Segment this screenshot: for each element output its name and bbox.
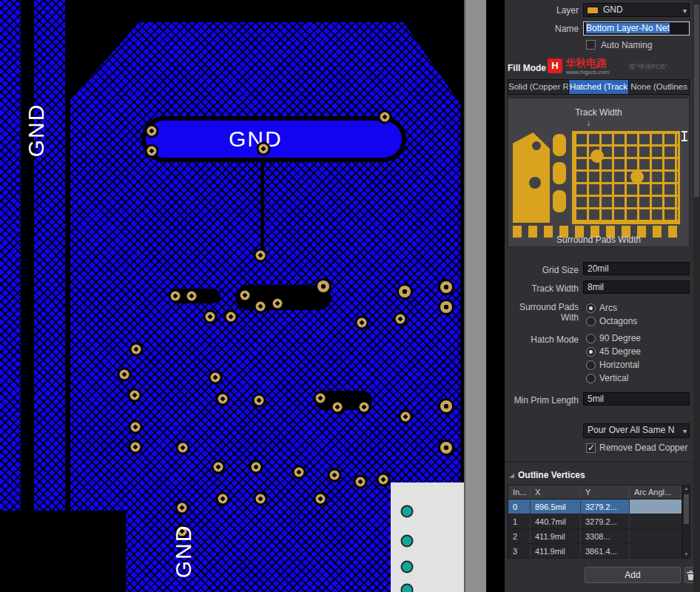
track-width-label: Track Width (505, 283, 579, 294)
pcb-pad[interactable] (147, 127, 157, 136)
pcb-pad[interactable] (259, 144, 269, 154)
pcb-pad[interactable] (356, 477, 366, 487)
table-row[interactable]: 2 411.9mil 3308... (508, 529, 682, 544)
pcb-pad[interactable] (171, 292, 181, 301)
table-scrollbar[interactable]: ▲ ▼ (682, 485, 690, 559)
pcb-pad[interactable] (218, 494, 228, 504)
col-arc-angle[interactable]: Arc Angl... (630, 485, 682, 499)
cell-y: 3861.4... (581, 544, 630, 558)
pad-layer (0, 0, 505, 592)
pcb-pad[interactable] (178, 443, 188, 453)
cell-x: 896.5mil (531, 500, 581, 514)
track-width-input[interactable]: 8mil (583, 280, 690, 294)
chevron-down-icon: ▾ (683, 4, 687, 17)
table-row[interactable]: 0 896.5mil 3279.2... (508, 500, 682, 514)
add-button[interactable]: Add (585, 567, 681, 583)
pcb-pad[interactable] (295, 468, 304, 477)
table-row[interactable]: 3 411.9mil 3861.4... (508, 544, 682, 559)
radio-vertical-label: Vertical (599, 373, 628, 383)
pcb-pad[interactable] (147, 147, 157, 156)
chevron-down-icon: ▾ (683, 425, 687, 437)
tab-none[interactable]: None (Outlines (629, 80, 689, 94)
brand-logo-icon: H (548, 58, 562, 73)
pcb-pad-teal[interactable] (401, 561, 414, 574)
radio-arcs[interactable] (586, 303, 596, 313)
panel-scrollbar[interactable] (693, 0, 700, 592)
min-prim-length-input[interactable]: 5mil (583, 392, 690, 406)
pcb-pad[interactable] (240, 291, 250, 300)
radio-vertical[interactable] (586, 374, 596, 383)
pcb-pad[interactable] (256, 302, 266, 312)
pcb-pad[interactable] (211, 373, 221, 383)
pcb-pad[interactable] (218, 394, 228, 404)
pcb-pad[interactable] (120, 370, 129, 380)
name-input[interactable]: Bottom Layer-No Net (583, 21, 690, 36)
scroll-up-icon[interactable]: ▲ (683, 485, 690, 492)
radio-arcs-label: Arcs (599, 303, 617, 313)
pcb-pad[interactable] (440, 281, 452, 293)
pcb-pad[interactable] (330, 471, 340, 480)
pcb-pad[interactable] (380, 112, 390, 122)
cell-y: 3308... (581, 529, 630, 543)
pcb-pad-teal[interactable] (401, 584, 414, 592)
pcb-pad-teal[interactable] (401, 535, 414, 548)
pcb-pad[interactable] (214, 462, 223, 472)
remove-dead-copper-checkbox[interactable] (586, 443, 596, 453)
tab-hatched[interactable]: Hatched (Track (569, 80, 630, 94)
pcb-pad[interactable] (187, 292, 197, 301)
pcb-pad[interactable] (206, 312, 215, 322)
col-index[interactable]: In... (508, 485, 531, 499)
pcb-pad[interactable] (440, 442, 452, 454)
auto-naming-label: Auto Naming (601, 40, 652, 50)
preview-hole (532, 141, 541, 150)
pcb-pad[interactable] (317, 280, 329, 292)
arrow-down-icon: ↓ (587, 119, 590, 127)
pcb-pad[interactable] (357, 318, 367, 328)
tab-solid[interactable]: Solid (Copper R (508, 80, 569, 94)
pcb-pad-teal[interactable] (401, 505, 414, 518)
name-value-selected: Bottom Layer-No Net (586, 23, 670, 33)
radio-90-degree[interactable] (586, 334, 596, 343)
preview-pad-ring (590, 149, 604, 163)
pcb-pad[interactable] (360, 403, 369, 412)
radio-45-degree[interactable] (586, 347, 596, 357)
pcb-pad[interactable] (256, 494, 266, 504)
pcb-pad[interactable] (131, 423, 141, 432)
layer-dropdown[interactable]: GND ▾ (583, 3, 690, 17)
pcb-pad[interactable] (396, 314, 405, 324)
pcb-canvas[interactable]: GND GND GND (0, 0, 505, 592)
scrollbar-thumb[interactable] (684, 494, 689, 524)
pcb-pad[interactable] (255, 396, 264, 406)
pcb-pad[interactable] (333, 403, 343, 412)
pcb-pad[interactable] (399, 286, 411, 297)
col-x[interactable]: X (531, 485, 581, 499)
pcb-pad[interactable] (130, 391, 140, 400)
pcb-pad[interactable] (440, 301, 452, 313)
pcb-pad[interactable] (252, 462, 261, 472)
pcb-pad[interactable] (256, 251, 266, 260)
pcb-pad[interactable] (226, 312, 236, 322)
auto-naming-checkbox[interactable] (586, 40, 596, 50)
cell-arc (630, 514, 682, 528)
pcb-pad[interactable] (440, 400, 452, 412)
pcb-pad[interactable] (379, 475, 388, 485)
pcb-pad[interactable] (316, 394, 326, 403)
pcb-pad[interactable] (132, 345, 141, 354)
hatch-mode-label: Hatch Mode (505, 334, 579, 345)
scrollbar-thumb[interactable] (694, 4, 699, 197)
scroll-down-icon[interactable]: ▼ (683, 551, 690, 558)
pour-over-dropdown[interactable]: Pour Over All Same N ▾ (583, 423, 690, 438)
radio-octagons[interactable] (586, 317, 596, 326)
collapse-triangle-icon[interactable]: ◢ (509, 471, 514, 479)
grid-size-input[interactable]: 20mil (583, 262, 690, 275)
pcb-pad[interactable] (273, 299, 283, 309)
pcb-pad[interactable] (401, 412, 411, 422)
table-row[interactable]: 1 440.7mil 3279.2... (508, 514, 682, 529)
col-y[interactable]: Y (581, 485, 630, 499)
surround-pads-label: Surround Pads With (505, 302, 579, 323)
brand-watermark: 原“华强PCB” (629, 62, 667, 72)
pcb-pad[interactable] (316, 494, 326, 504)
fill-mode-tabs: Solid (Copper R Hatched (Track None (Out… (508, 79, 690, 95)
pcb-pad[interactable] (131, 443, 141, 452)
radio-horizontal[interactable] (586, 360, 596, 370)
